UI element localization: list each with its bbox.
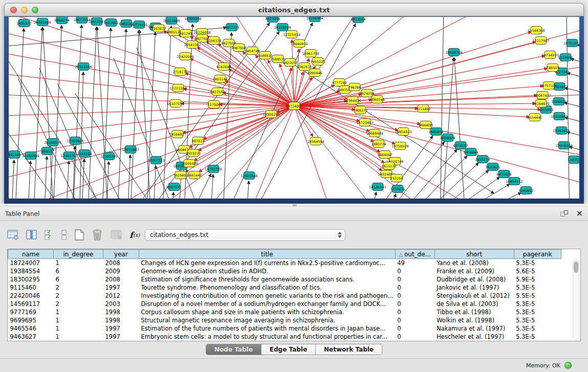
table-cell[interactable]: Dudbridge et al. (2008) xyxy=(434,275,514,283)
table-cell[interactable]: Nakamura et al. (1997) xyxy=(434,324,514,333)
minimize-window-icon[interactable] xyxy=(21,7,28,13)
table-row[interactable]: 1938455462009Genome-wide association stu… xyxy=(8,267,561,275)
close-window-icon[interactable] xyxy=(10,7,17,13)
table-row[interactable]: 946554611997Estimation of the future num… xyxy=(8,324,561,333)
table-cell[interactable]: 9699695 xyxy=(8,316,54,324)
table-cell[interactable]: Stergiakouli et al. (2012) xyxy=(434,292,514,300)
table-cell[interactable]: Franke et al. (2009) xyxy=(434,267,514,275)
table-cell[interactable]: Jankovic et al. (1997) xyxy=(434,283,514,292)
function-builder-icon[interactable]: f(x) xyxy=(129,230,140,240)
table-cell[interactable]: 1 xyxy=(54,259,103,267)
table-cell[interactable]: 5.6E-5 xyxy=(514,267,561,275)
table-row[interactable]: 1872400712008Changes of HCN gene express… xyxy=(8,259,561,267)
table-cell[interactable]: 1997 xyxy=(103,333,139,341)
column-header-in_degree[interactable]: in_degree xyxy=(54,250,103,259)
table-row[interactable]: 1456911722003Disruption of a novel membe… xyxy=(8,300,561,308)
table-cell[interactable]: 0 xyxy=(395,283,434,292)
table-cell[interactable]: Hescheler et al. (1997) xyxy=(434,333,514,341)
network-table-selector[interactable]: citations_edges.txt xyxy=(145,229,345,241)
table-cell[interactable]: 2009 xyxy=(103,267,139,275)
table-row[interactable]: 946362711997Embryonic stem cells: a mode… xyxy=(8,333,561,341)
table-cell[interactable]: 5.3E-5 xyxy=(514,316,561,324)
table-cell[interactable]: 0 xyxy=(395,333,434,341)
column-header-title[interactable]: title xyxy=(139,250,396,259)
table-cell[interactable]: 22420046 xyxy=(8,292,54,300)
table-cell[interactable]: Investigating the contribution of common… xyxy=(139,292,396,300)
table-cell[interactable]: Tibbo et al. (1998) xyxy=(434,308,514,316)
table-row[interactable]: 2242004622012Investigating the contribut… xyxy=(8,292,561,300)
table-row[interactable]: 977716911998Corpus callosum shape and si… xyxy=(8,308,561,316)
table-cell[interactable]: Tourette syndrome. Phenomenology and cla… xyxy=(139,283,396,292)
table-cell[interactable]: Corpus callosum shape and size in male p… xyxy=(139,308,396,316)
table-row[interactable]: 911546021997Tourette syndrome. Phenomeno… xyxy=(8,283,561,292)
window-titlebar[interactable]: citations_edges.txt xyxy=(4,3,584,16)
citation-network-graph[interactable]: 1872400714055722089140698062741067355410… xyxy=(9,17,579,199)
table-row[interactable]: 969969511998Structural magnetic resonanc… xyxy=(8,316,561,324)
table-cell[interactable]: 0 xyxy=(395,300,434,308)
table-cell[interactable]: Disruption of a novel member of a sodium… xyxy=(139,300,396,308)
table-cell[interactable]: 14569117 xyxy=(8,300,54,308)
table-cell[interactable]: 0 xyxy=(395,324,434,333)
table-scrollbar[interactable] xyxy=(573,259,579,340)
table-cell[interactable]: 5.9E-5 xyxy=(514,275,561,283)
node-table[interactable]: namein_degreeyeartitle△out_de...shortpag… xyxy=(7,249,581,341)
table-cell[interactable]: 0 xyxy=(395,316,434,324)
column-header-pagerank[interactable]: pagerank xyxy=(514,250,561,259)
table-cell[interactable]: 1 xyxy=(54,324,103,333)
new-column-icon[interactable] xyxy=(74,229,85,241)
table-cell[interactable]: Changes of HCN gene expression and I(f) … xyxy=(139,259,396,267)
column-header-year[interactable]: year xyxy=(103,250,139,259)
table-cell[interactable]: Genome-wide association studies in ADHD. xyxy=(139,267,396,275)
table-cell[interactable]: 1998 xyxy=(103,316,139,324)
table-cell[interactable]: 2008 xyxy=(103,259,139,267)
table-cell[interactable]: 1 xyxy=(54,308,103,316)
table-cell[interactable]: 5.3E-5 xyxy=(514,300,561,308)
tab-edge-table[interactable]: Edge Table xyxy=(262,344,316,355)
scrollbar-thumb[interactable] xyxy=(574,261,578,273)
table-cell[interactable]: 9465546 xyxy=(8,324,54,333)
table-cell[interactable]: 2 xyxy=(54,300,103,308)
table-cell[interactable]: 0 xyxy=(395,292,434,300)
table-row[interactable]: 1830029562008Estimation of significance … xyxy=(8,275,561,283)
table-cell[interactable]: 0 xyxy=(395,267,434,275)
table-cell[interactable]: 1997 xyxy=(103,324,139,333)
select-all-columns-icon[interactable]: ✓✓ xyxy=(44,229,54,241)
table-mode-icon[interactable] xyxy=(7,229,19,240)
delete-table-icon[interactable] xyxy=(111,229,123,240)
table-cell[interactable]: Estimation of significance thresholds fo… xyxy=(139,275,396,283)
table-cell[interactable]: 9463627 xyxy=(8,333,54,341)
table-cell[interactable]: 2 xyxy=(54,283,103,292)
table-cell[interactable]: 2012 xyxy=(103,292,139,300)
table-cell[interactable]: 6 xyxy=(54,275,103,283)
table-cell[interactable]: 1 xyxy=(54,333,103,341)
column-header-out_de[interactable]: △out_de... xyxy=(395,250,434,259)
delete-column-icon[interactable] xyxy=(92,229,104,241)
table-cell[interactable]: 18724007 xyxy=(8,259,54,267)
show-columns-icon[interactable] xyxy=(26,229,37,240)
table-cell[interactable]: 1998 xyxy=(103,308,139,316)
table-cell[interactable]: 2008 xyxy=(103,275,139,283)
table-cell[interactable]: 5.3E-5 xyxy=(514,259,561,267)
table-cell[interactable]: 0 xyxy=(395,308,434,316)
splitter-grip[interactable] xyxy=(292,204,297,206)
table-cell[interactable]: 9777169 xyxy=(8,308,54,316)
table-cell[interactable]: 9115460 xyxy=(8,283,54,292)
table-cell[interactable]: 1 xyxy=(54,316,103,324)
float-panel-icon[interactable] xyxy=(560,210,568,217)
unselect-all-columns-icon[interactable] xyxy=(61,229,67,241)
table-cell[interactable]: 1997 xyxy=(103,283,139,292)
table-cell[interactable]: 5.5E-5 xyxy=(514,292,561,300)
table-cell[interactable]: Estimation of the future numbers of pati… xyxy=(139,324,396,333)
table-cell[interactable]: Wolkin et al. (1998) xyxy=(434,316,514,324)
close-panel-icon[interactable]: ✕ xyxy=(576,210,583,217)
table-cell[interactable]: Structural magnetic resonance image aver… xyxy=(139,316,396,324)
table-cell[interactable]: 5.3E-5 xyxy=(514,324,561,333)
table-cell[interactable]: 6 xyxy=(54,267,103,275)
column-header-short[interactable]: short xyxy=(434,250,514,259)
column-header-name[interactable]: name xyxy=(8,250,54,259)
table-cell[interactable]: 5.3E-5 xyxy=(514,333,561,341)
tab-node-table[interactable]: Node Table xyxy=(206,344,262,355)
table-cell[interactable]: 2003 xyxy=(103,300,139,308)
table-cell[interactable]: 0 xyxy=(395,275,434,283)
table-cell[interactable]: 5.3E-5 xyxy=(514,283,561,292)
